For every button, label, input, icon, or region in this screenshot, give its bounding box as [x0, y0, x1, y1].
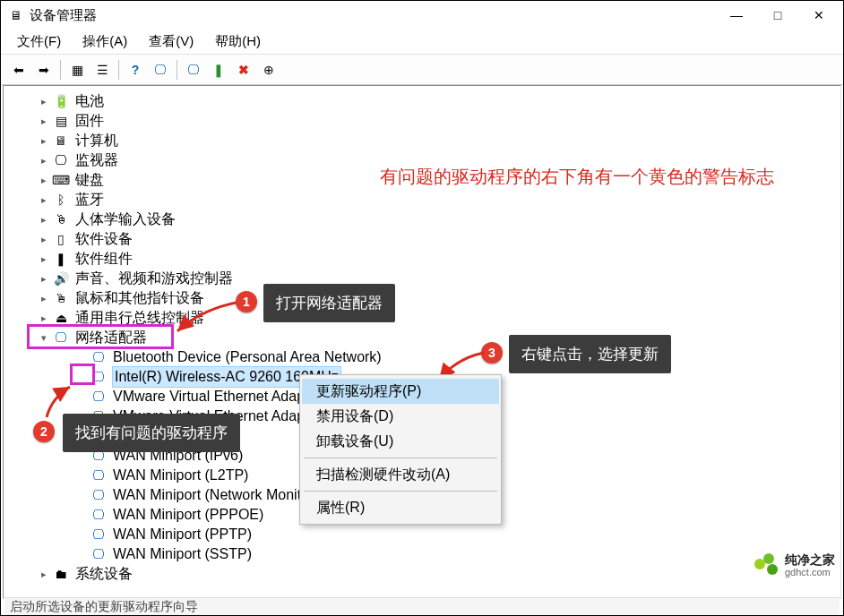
back-button[interactable]: ⬅ [6, 58, 31, 81]
x-icon: ✖ [238, 63, 249, 77]
tree-label: 键盘 [75, 170, 104, 190]
watermark-text: 纯净之家 gdhct.com [785, 553, 835, 578]
tree-label: 固件 [75, 111, 104, 131]
expand-icon[interactable] [36, 308, 52, 328]
tree-label: WAN Miniport (Network Monit [113, 485, 301, 505]
tree-device[interactable]: 🖵 WAN Miniport (SSTP) [4, 544, 840, 564]
arrow-right-icon: ➡ [39, 63, 49, 77]
expand-icon[interactable] [36, 131, 52, 150]
usb-icon: ⏏ [52, 310, 70, 326]
ctx-separator [304, 491, 497, 492]
expand-icon[interactable] [36, 249, 52, 269]
list-icon: ☰ [97, 63, 108, 77]
ctx-uninstall-device[interactable]: 卸载设备(U) [302, 429, 499, 454]
tree-label: 软件设备 [75, 229, 133, 249]
close-button[interactable]: ✕ [798, 1, 840, 30]
hid-icon: 🖰 [52, 211, 70, 227]
disable-button[interactable]: ✖ [231, 58, 256, 81]
ctx-properties[interactable]: 属性(R) [302, 495, 499, 520]
watermark: 纯净之家 gdhct.com [754, 553, 835, 578]
menu-action[interactable]: 操作(A) [73, 30, 136, 53]
firmware-icon: ▤ [52, 113, 70, 129]
annotation-warning-note: 有问题的驱动程序的右下角有一个黄色的警告标志 [380, 165, 774, 189]
menu-help[interactable]: 帮助(H) [206, 30, 270, 53]
collapse-icon[interactable] [36, 328, 52, 347]
tree-category[interactable]: ▯ 软件设备 [4, 229, 840, 249]
expand-icon[interactable] [36, 170, 52, 190]
status-text: 启动所选设备的更新驱动程序向导 [10, 599, 198, 615]
expand-icon[interactable] [36, 111, 52, 131]
annotation-bubble-3: 3 [481, 342, 503, 364]
watermark-name: 纯净之家 [785, 553, 835, 566]
tree-category[interactable]: 🖿 系统设备 [4, 564, 840, 584]
tree-category[interactable]: ᛒ 蓝牙 [4, 190, 840, 210]
down-circle-icon: ⊕ [263, 63, 274, 77]
tree-label: 网络适配器 [75, 328, 147, 347]
network-device-icon: 🖵 [90, 487, 108, 503]
software-component-icon: ❚ [52, 251, 70, 267]
sound-icon: 🔊 [52, 270, 70, 287]
tree-label: WAN Miniport (PPTP) [113, 525, 252, 544]
tree-category-network[interactable]: 🖵 网络适配器 [4, 328, 840, 347]
expand-icon[interactable] [36, 269, 52, 288]
annotation-bubble-2: 2 [33, 421, 55, 442]
tree-category[interactable]: 🖱 鼠标和其他指针设备 [4, 288, 840, 308]
scan-button[interactable]: 🖵 [148, 58, 173, 81]
toolbar: ⬅ ➡ ▦ ☰ ? 🖵 🖵 ❚ ✖ ⊕ [1, 55, 843, 85]
app-icon: 🖥 [8, 7, 24, 23]
watermark-url: gdhct.com [785, 566, 835, 578]
expand-icon[interactable] [36, 190, 52, 210]
tree-category[interactable]: 🖥 计算机 [4, 131, 840, 150]
tree-category[interactable]: ⏏ 通用串行总线控制器 [4, 308, 840, 328]
maximize-button[interactable]: □ [757, 1, 798, 30]
tree-category[interactable]: ❚ 软件组件 [4, 249, 840, 269]
toolbar-separator [177, 60, 177, 80]
properties-button[interactable]: ☰ [90, 58, 115, 81]
monitor-refresh-icon: 🖵 [154, 63, 167, 77]
uninstall-button[interactable]: ❚ [206, 58, 231, 81]
menu-view[interactable]: 查看(V) [140, 30, 202, 53]
network-device-icon: 🖵 [90, 546, 108, 562]
tree-device[interactable]: 🖵 WAN Miniport (PPTP) [4, 525, 840, 544]
mouse-icon: 🖱 [52, 290, 70, 306]
ctx-update-driver[interactable]: 更新驱动程序(P) [302, 379, 499, 404]
tree-label: WAN Miniport (L2TP) [113, 466, 248, 485]
expand-icon[interactable] [36, 229, 52, 249]
tree-label: 软件组件 [75, 249, 133, 269]
network-device-icon: 🖵 [90, 369, 108, 385]
expand-icon[interactable] [36, 91, 52, 111]
ctx-disable-device[interactable]: 禁用设备(D) [302, 404, 499, 429]
tree-label: WAN Miniport (PPPOE) [113, 505, 263, 525]
tree-label: WAN Miniport (SSTP) [113, 544, 252, 564]
update-driver-button[interactable]: 🖵 [181, 58, 206, 81]
tree-category[interactable]: 🔊 声音、视频和游戏控制器 [4, 269, 840, 288]
menu-file[interactable]: 文件(F) [8, 30, 70, 53]
expand-icon[interactable] [36, 150, 52, 170]
battery-icon: 🔋 [52, 93, 70, 109]
tree-label: 通用串行总线控制器 [75, 308, 204, 328]
ctx-scan-hardware[interactable]: 扫描检测硬件改动(A) [302, 462, 499, 487]
tree-label: VMware Virtual Ethernet Adap [113, 387, 305, 406]
tree-label: 监视器 [75, 150, 118, 170]
system-device-icon: 🖿 [52, 566, 70, 582]
minimize-button[interactable]: — [716, 1, 757, 30]
context-menu: 更新驱动程序(P) 禁用设备(D) 卸载设备(U) 扫描检测硬件改动(A) 属性… [299, 374, 502, 525]
device-tree-panel: 🔋 电池 ▤ 固件 🖥 计算机 🖵 监视器 ⌨ 键盘 ᛒ 蓝牙 🖰 人体学输入设… [3, 85, 841, 599]
tree-label: 人体学输入设备 [75, 210, 176, 229]
toolbar-separator [118, 60, 119, 80]
expand-icon[interactable] [36, 564, 52, 584]
expand-icon[interactable] [36, 288, 52, 308]
enable-button[interactable]: ⊕ [256, 58, 281, 81]
toolbar-separator [60, 60, 61, 80]
network-device-icon: 🖵 [90, 389, 108, 405]
computer-icon: 🖥 [52, 133, 70, 149]
tree-category[interactable]: 🔋 电池 [4, 91, 840, 111]
tree-category[interactable]: ▤ 固件 [4, 111, 840, 131]
forward-button[interactable]: ➡ [31, 58, 56, 81]
tree-device[interactable]: 🖵 Bluetooth Device (Personal Area Networ… [4, 347, 840, 367]
help-button[interactable]: ? [123, 58, 148, 81]
expand-icon[interactable] [36, 210, 52, 229]
tree-category[interactable]: 🖰 人体学输入设备 [4, 210, 840, 229]
show-hidden-button[interactable]: ▦ [65, 58, 90, 81]
annotation-bubble-1: 1 [236, 291, 257, 312]
